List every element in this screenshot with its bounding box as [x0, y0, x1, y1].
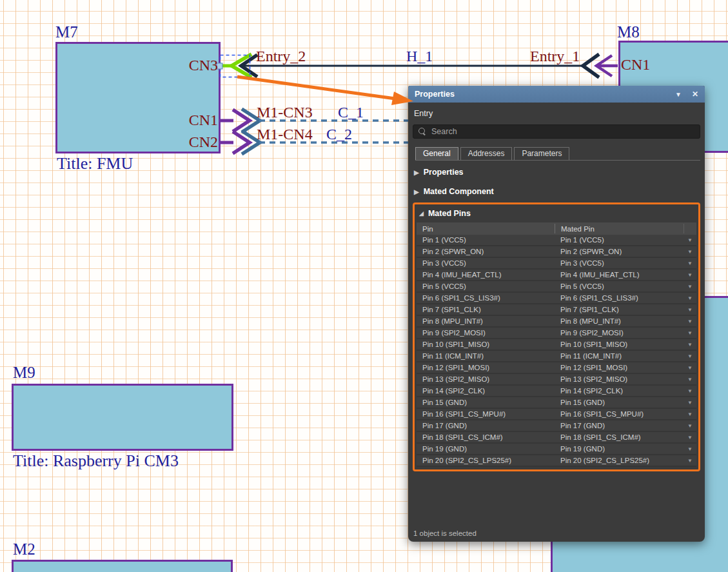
dropdown-arrow-icon[interactable]: ▼	[684, 411, 696, 417]
table-row[interactable]: Pin 15 (GND) Pin 15 (GND) ▼	[417, 397, 696, 409]
dropdown-arrow-icon[interactable]: ▼	[684, 353, 696, 359]
mated-pin-cell[interactable]: Pin 2 (SPWR_ON)	[555, 248, 684, 255]
section-mated-component[interactable]: ▶ Mated Component	[413, 183, 700, 202]
harness-entry-m7-cn1[interactable]	[220, 109, 426, 132]
net-label-entry2[interactable]: Entry_2	[256, 48, 306, 65]
table-row[interactable]: Pin 20 (SPI2_CS_LPS25#) Pin 20 (SPI2_CS_…	[417, 455, 696, 467]
table-row[interactable]: Pin 18 (SPI1_CS_ICM#) Pin 18 (SPI1_CS_IC…	[417, 432, 696, 444]
dropdown-arrow-icon[interactable]: ▼	[684, 284, 696, 290]
tab-addresses[interactable]: Addresses	[460, 147, 513, 160]
panel-close-icon[interactable]: ✕	[692, 90, 698, 99]
wire-label-c2[interactable]: C_2	[326, 126, 352, 143]
tab-general[interactable]: General	[415, 147, 458, 160]
dropdown-arrow-icon[interactable]: ▼	[684, 272, 696, 278]
table-row[interactable]: Pin 1 (VCC5) Pin 1 (VCC5) ▼	[417, 235, 696, 246]
pin-m8-cn1[interactable]: CN1	[621, 56, 650, 74]
harness-entry-m7-cn2[interactable]	[220, 131, 426, 154]
panel-title: Properties	[415, 90, 455, 99]
dropdown-arrow-icon[interactable]: ▼	[684, 400, 696, 406]
dropdown-arrow-icon[interactable]: ▼	[684, 342, 696, 348]
dropdown-arrow-icon[interactable]: ▼	[684, 446, 696, 452]
mated-pin-cell[interactable]: Pin 7 (SPI1_CLK)	[555, 306, 684, 313]
dropdown-arrow-icon[interactable]: ▼	[684, 458, 696, 464]
mated-pin-cell[interactable]: Pin 9 (SPI2_MOSI)	[555, 329, 684, 337]
table-row[interactable]: Pin 16 (SPI1_CS_MPU#) Pin 16 (SPI1_CS_MP…	[417, 409, 696, 420]
table-row[interactable]: Pin 4 (IMU_HEAT_CTL) Pin 4 (IMU_HEAT_CTL…	[417, 270, 696, 281]
designator-m2[interactable]: M2	[13, 540, 35, 558]
table-row[interactable]: Pin 12 (SPI1_MOSI) Pin 12 (SPI1_MOSI) ▼	[417, 362, 696, 374]
mated-pin-cell[interactable]: Pin 14 (SPI2_CLK)	[555, 387, 684, 395]
table-row[interactable]: Pin 19 (GND) Pin 19 (GND) ▼	[417, 444, 696, 455]
mated-pin-cell[interactable]: Pin 3 (VCC5)	[555, 259, 684, 267]
mated-pin-cell[interactable]: Pin 6 (SPI1_CS_LIS3#)	[555, 294, 684, 302]
designator-m7[interactable]: M7	[55, 23, 78, 41]
schematic-canvas[interactable]: M7 Title: FMU M8 M9 Title: Raspberry Pi …	[0, 0, 728, 572]
dropdown-arrow-icon[interactable]: ▼	[684, 249, 696, 255]
table-row[interactable]: Pin 7 (SPI1_CLK) Pin 7 (SPI1_CLK) ▼	[417, 304, 696, 316]
dropdown-arrow-icon[interactable]: ▼	[684, 307, 696, 313]
mated-pin-cell[interactable]: Pin 16 (SPI1_CS_MPU#)	[555, 410, 684, 418]
dropdown-arrow-icon[interactable]: ▼	[684, 330, 696, 336]
net-label-m1cn4[interactable]: M1-CN4	[257, 126, 313, 143]
dropdown-arrow-icon[interactable]: ▼	[684, 295, 696, 301]
pin-cell: Pin 12 (SPI1_MOSI)	[417, 364, 555, 371]
mated-pin-cell[interactable]: Pin 8 (MPU_INT#)	[555, 317, 684, 325]
net-label-entry1[interactable]: Entry_1	[530, 48, 580, 65]
search-input[interactable]	[431, 127, 694, 136]
table-row[interactable]: Pin 13 (SPI2_MISO) Pin 13 (SPI2_MISO) ▼	[417, 374, 696, 386]
mated-pin-cell[interactable]: Pin 11 (ICM_INT#)	[555, 352, 684, 360]
pin-cell: Pin 15 (GND)	[417, 399, 555, 406]
panel-dropdown-icon[interactable]: ▼	[675, 91, 682, 98]
table-row[interactable]: Pin 6 (SPI1_CS_LIS3#) Pin 6 (SPI1_CS_LIS…	[417, 293, 696, 304]
title-m9[interactable]: Title: Raspberry Pi CM3	[13, 451, 179, 471]
table-row[interactable]: Pin 2 (SPWR_ON) Pin 2 (SPWR_ON) ▼	[417, 246, 696, 258]
section-properties[interactable]: ▶ Properties	[413, 161, 700, 183]
section-mated-pins[interactable]: ◢ Mated Pins	[417, 206, 696, 222]
table-row[interactable]: Pin 8 (MPU_INT#) Pin 8 (MPU_INT#) ▼	[417, 316, 696, 328]
table-row[interactable]: Pin 17 (GND) Pin 17 (GND) ▼	[417, 420, 696, 432]
mated-pin-cell[interactable]: Pin 12 (SPI1_MOSI)	[555, 364, 684, 371]
wire-label-h1[interactable]: H_1	[406, 48, 433, 65]
pin-cell: Pin 14 (SPI2_CLK)	[417, 387, 555, 395]
dropdown-arrow-icon[interactable]: ▼	[684, 319, 696, 324]
mated-pin-cell[interactable]: Pin 1 (VCC5)	[555, 236, 684, 244]
pin-cell: Pin 3 (VCC5)	[417, 259, 555, 267]
dropdown-arrow-icon[interactable]: ▼	[684, 435, 696, 440]
wire-label-c1[interactable]: C_1	[338, 104, 364, 121]
mated-pin-cell[interactable]: Pin 20 (SPI2_CS_LPS25#)	[555, 457, 684, 464]
mated-pin-cell[interactable]: Pin 15 (GND)	[555, 399, 684, 406]
tab-parameters[interactable]: Parameters	[514, 147, 569, 160]
dropdown-arrow-icon[interactable]: ▼	[684, 261, 696, 266]
pin-cell: Pin 10 (SPI1_MISO)	[417, 340, 555, 348]
selected-object-type: Entry	[414, 109, 700, 118]
pin-m7-cn3[interactable]: CN3	[161, 57, 218, 74]
net-label-m1cn3[interactable]: M1-CN3	[257, 104, 313, 121]
dropdown-arrow-icon[interactable]: ▼	[684, 388, 696, 394]
harness-entry-m8-cn1[interactable]	[596, 55, 618, 76]
dropdown-arrow-icon[interactable]: ▼	[684, 423, 696, 429]
table-row[interactable]: Pin 3 (VCC5) Pin 3 (VCC5) ▼	[417, 258, 696, 270]
designator-m8[interactable]: M8	[617, 23, 640, 41]
dropdown-arrow-icon[interactable]: ▼	[684, 237, 696, 243]
table-row[interactable]: Pin 5 (VCC5) Pin 5 (VCC5) ▼	[417, 281, 696, 293]
table-row[interactable]: Pin 10 (SPI1_MISO) Pin 10 (SPI1_MISO) ▼	[417, 339, 696, 351]
table-row[interactable]: Pin 14 (SPI2_CLK) Pin 14 (SPI2_CLK) ▼	[417, 386, 696, 397]
table-row[interactable]: Pin 9 (SPI2_MOSI) Pin 9 (SPI2_MOSI) ▼	[417, 328, 696, 339]
designator-m9[interactable]: M9	[13, 364, 35, 382]
mated-pin-cell[interactable]: Pin 19 (GND)	[555, 445, 684, 453]
search-box[interactable]	[413, 124, 700, 139]
pin-cell: Pin 20 (SPI2_CS_LPS25#)	[417, 457, 555, 464]
dropdown-arrow-icon[interactable]: ▼	[684, 365, 696, 371]
dropdown-arrow-icon[interactable]: ▼	[684, 377, 696, 382]
mated-pin-cell[interactable]: Pin 18 (SPI1_CS_ICM#)	[555, 433, 684, 441]
pin-m7-cn2[interactable]: CN2	[161, 133, 218, 151]
table-row[interactable]: Pin 11 (ICM_INT#) Pin 11 (ICM_INT#) ▼	[417, 351, 696, 362]
mated-pin-cell[interactable]: Pin 4 (IMU_HEAT_CTL)	[555, 271, 684, 279]
mated-pin-cell[interactable]: Pin 13 (SPI2_MISO)	[555, 375, 684, 383]
panel-header[interactable]: Properties ▼ ✕	[408, 86, 705, 103]
mated-pin-cell[interactable]: Pin 17 (GND)	[555, 422, 684, 429]
pin-m7-cn1[interactable]: CN1	[161, 112, 218, 129]
mated-pin-cell[interactable]: Pin 5 (VCC5)	[555, 282, 684, 290]
mated-pin-cell[interactable]: Pin 10 (SPI1_MISO)	[555, 340, 684, 348]
title-m7[interactable]: Title: FMU	[57, 154, 133, 173]
